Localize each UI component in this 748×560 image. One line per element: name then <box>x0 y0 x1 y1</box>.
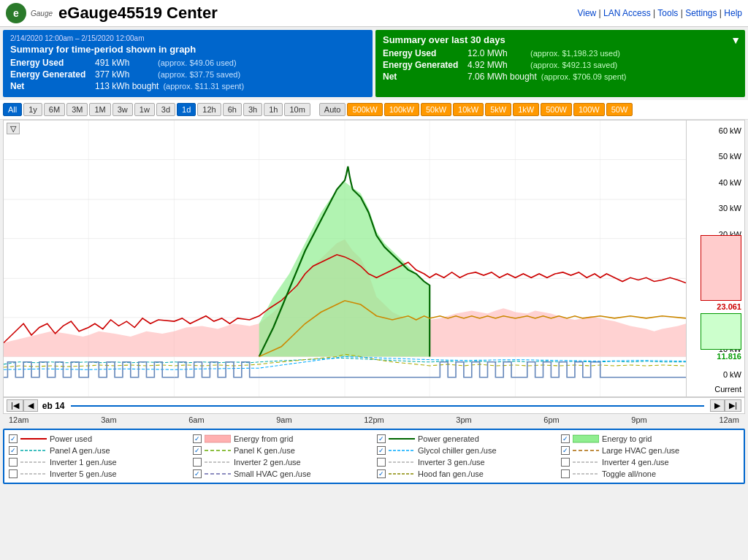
nav-end-btn[interactable]: ▶| <box>725 399 741 412</box>
nav-next-btn[interactable]: ▶ <box>710 399 725 412</box>
logo: e Gauge <box>6 3 53 23</box>
legend-label-power-gen: Power generated <box>418 434 479 443</box>
legend-icon-power-gen <box>389 434 415 443</box>
legend-cb-large-hvac[interactable] <box>561 446 570 455</box>
legend-cb-hood-fan[interactable] <box>377 469 386 478</box>
summary-left-panel: 2/14/2020 12:00am – 2/15/2020 12:00am Su… <box>3 30 373 97</box>
summary-right-row-2: Net 7.06 MWh bought (approx. $706.09 spe… <box>383 72 738 82</box>
scale-btn-500kw[interactable]: 500kW <box>347 103 382 116</box>
nav-prev-btn[interactable]: ◀ <box>23 399 38 412</box>
summary-right-label-1: Energy Generated <box>383 60 463 70</box>
scale-btn-500w[interactable]: 500W <box>541 103 572 116</box>
summary-right-approx-0: (approx. $1,198.23 used) <box>530 49 620 58</box>
summary-left-value-2: 113 kWh bought <box>95 81 159 91</box>
legend-cb-panel-k[interactable] <box>193 446 202 455</box>
nav-settings[interactable]: Settings <box>685 8 717 18</box>
time-btn-1h[interactable]: 1h <box>264 103 283 116</box>
summary-left-row-2: Net 113 kWh bought (approx. $11.31 spent… <box>10 81 365 91</box>
dropdown-arrow-icon[interactable]: ▼ <box>730 34 741 46</box>
time-btn-3m[interactable]: 3M <box>66 103 88 116</box>
time-btn-3w[interactable]: 3w <box>112 103 133 116</box>
time-btn-1m[interactable]: 1M <box>89 103 110 116</box>
scale-btn-50kw[interactable]: 50kW <box>421 103 451 116</box>
legend-label-power-used: Power used <box>50 434 92 443</box>
legend-panel-k: Panel K gen./use <box>193 446 371 455</box>
summary-left-approx-2: (approx. $11.31 spent) <box>163 82 244 91</box>
legend-icon-panel-k <box>205 446 231 455</box>
svg-rect-18 <box>573 435 599 442</box>
legend-cb-glycol[interactable] <box>377 446 386 455</box>
time-btn-6m[interactable]: 6M <box>44 103 65 116</box>
logo-circle: e <box>6 3 26 23</box>
legend-cb-inv2[interactable] <box>193 458 202 467</box>
legend-cb-energy-grid[interactable] <box>193 434 202 443</box>
summary-right-label-0: Energy Used <box>383 48 463 58</box>
legend-cb-energy-to-grid[interactable] <box>561 434 570 443</box>
legend-inv5: Inverter 5 gen./use <box>9 469 187 478</box>
legend-cb-power-gen[interactable] <box>377 434 386 443</box>
time-btn-3h[interactable]: 3h <box>243 103 262 116</box>
legend-label-small-hvac: Small HVAC gen./use <box>234 469 311 478</box>
summary-right-label-2: Net <box>383 72 463 82</box>
legend-label-inv4: Inverter 4 gen./use <box>602 458 669 467</box>
x-label-7: 9pm <box>631 415 646 424</box>
summary-right-approx-1: (approx. $492.13 saved) <box>530 61 617 69</box>
time-btn-12h[interactable]: 12h <box>197 103 221 116</box>
nav-tools[interactable]: Tools <box>657 8 678 18</box>
legend-cb-power-used[interactable] <box>9 434 18 443</box>
legend-label-energy-to-grid: Energy to grid <box>602 434 652 443</box>
nav-help[interactable]: Help <box>724 8 742 18</box>
legend-grid: Power used Energy from grid Power genera… <box>9 434 739 478</box>
x-label-2: 6am <box>188 415 204 424</box>
scale-btn-5kw[interactable]: 5kW <box>485 103 511 116</box>
scale-btn-100w[interactable]: 100W <box>573 103 605 116</box>
legend-cb-inv3[interactable] <box>377 458 386 467</box>
legend-energy-to-grid: Energy to grid <box>561 434 739 443</box>
svg-rect-16 <box>205 435 231 442</box>
legend-icon-glycol <box>389 446 415 455</box>
summary-left-row-0: Energy Used 491 kWh (approx. $49.06 used… <box>10 58 365 68</box>
legend-cb-panel-a[interactable] <box>9 446 18 455</box>
time-btn-6h[interactable]: 6h <box>223 103 242 116</box>
scale-btn-50w[interactable]: 50W <box>606 103 633 116</box>
chart-nav-indicator[interactable]: ▽ <box>7 123 20 134</box>
legend-inv3: Inverter 3 gen./use <box>377 458 555 467</box>
legend-cb-small-hvac[interactable] <box>193 469 202 478</box>
x-label-3: 9am <box>276 415 291 424</box>
legend-cb-inv1[interactable] <box>9 458 18 467</box>
legend-icon-hood-fan <box>389 469 415 478</box>
legend-icon-inv4 <box>573 458 599 467</box>
summary-left-value-0: 491 kWh <box>95 58 153 68</box>
nav-lan[interactable]: LAN Access <box>603 8 651 18</box>
y-label-40kw: 40 kW <box>690 178 741 187</box>
current-label: Current <box>714 385 741 396</box>
legend-label-hood-fan: Hood fan gen./use <box>418 469 484 478</box>
x-label-1: 3am <box>101 415 116 424</box>
summary-right-value-0: 12.0 MWh <box>468 48 526 58</box>
summary-left-row-1: Energy Generated 377 kWh (approx. $37.75… <box>10 69 365 80</box>
time-btn-1w[interactable]: 1w <box>134 103 155 116</box>
scale-btn-100kw[interactable]: 100kW <box>384 103 419 116</box>
legend-icon-panel-a <box>20 446 47 455</box>
time-btn-1d[interactable]: 1d <box>177 103 196 116</box>
time-btn-all[interactable]: All <box>3 103 22 116</box>
x-label-4: 12pm <box>364 415 384 424</box>
chart-main[interactable]: ▽ <box>3 120 687 397</box>
legend-cb-inv5[interactable] <box>9 469 18 478</box>
legend-cb-toggle-all[interactable] <box>561 469 570 478</box>
summary-right-panel: ▼ Summary over last 30 days Energy Used … <box>375 30 745 97</box>
chart-sidebar: 60 kW 50 kW 40 kW 30 kW 20 kW 23.061 11.… <box>687 120 745 397</box>
time-btn-10m[interactable]: 10m <box>284 103 310 116</box>
time-btn-1y[interactable]: 1y <box>23 103 42 116</box>
nav-view[interactable]: View <box>577 8 596 18</box>
scale-btn-1kw[interactable]: 1kW <box>513 103 539 116</box>
scale-btn-10kw[interactable]: 10kW <box>453 103 484 116</box>
time-btn-3d[interactable]: 3d <box>156 103 175 116</box>
legend-cb-inv4[interactable] <box>561 458 570 467</box>
legend-power-generated: Power generated <box>377 434 555 443</box>
legend-icon-inv2 <box>205 458 231 467</box>
summary-right-title: Summary over last 30 days <box>383 34 738 45</box>
nav-start-btn[interactable]: |◀ <box>7 399 23 412</box>
summary-left-approx-0: (approx. $49.06 used) <box>158 58 237 67</box>
scale-btn-auto[interactable]: Auto <box>319 103 346 116</box>
